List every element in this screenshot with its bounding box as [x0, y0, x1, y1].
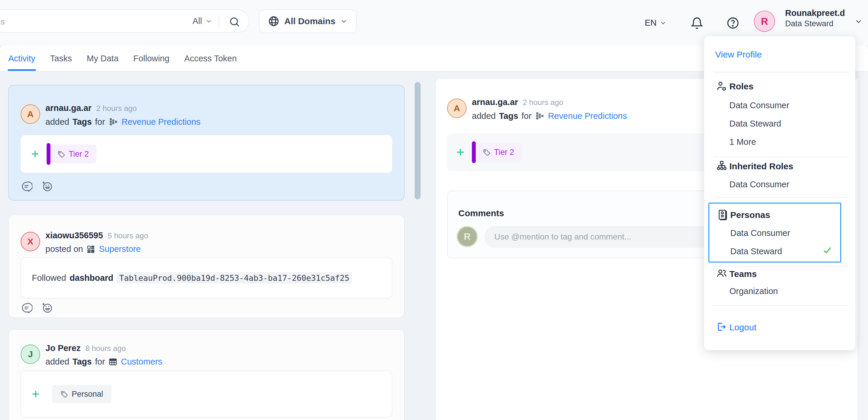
all-domains-button[interactable]: All Domains	[259, 9, 356, 33]
tab-activity[interactable]: Activity	[8, 54, 35, 63]
entity-link[interactable]: Superstore	[99, 244, 141, 254]
comment-icon[interactable]	[21, 302, 32, 314]
feed-user-name[interactable]: xiaowu356595	[45, 231, 103, 240]
personas-icon	[717, 209, 728, 220]
action-text: added	[45, 117, 69, 127]
tag-chip-tier2[interactable]: Tier 2	[472, 141, 522, 163]
logout-icon	[716, 321, 727, 332]
notifications-bell-icon[interactable]	[690, 0, 704, 46]
avatar: J	[21, 344, 40, 364]
role-item: Data Consumer	[730, 100, 789, 110]
feed-card-selected[interactable]: A arnau.ga.ar 2 hours ago added Tags for…	[8, 85, 405, 201]
feed-user-name[interactable]: arnau.ga.ar	[45, 103, 91, 113]
organization-link[interactable]: Organization	[730, 287, 778, 296]
divider	[713, 157, 849, 157]
add-tag-button[interactable]	[30, 148, 41, 159]
add-reaction-icon[interactable]	[41, 302, 53, 314]
chevron-down-icon	[205, 18, 213, 25]
action-text: for	[95, 117, 105, 127]
tag-label: Tier 2	[69, 150, 89, 159]
persona-item-selected[interactable]: Data Steward	[730, 247, 782, 256]
search-placeholder-fragment: s	[1, 17, 5, 27]
comment-user-avatar: R	[457, 226, 478, 247]
dashboard-icon	[86, 244, 96, 254]
view-profile-link[interactable]: View Profile	[715, 50, 762, 60]
tab-tasks[interactable]: Tasks	[50, 54, 72, 63]
action-text: added	[472, 111, 496, 121]
personas-section-title: Personas	[730, 210, 770, 220]
tag-chip-tier2[interactable]: Tier 2	[46, 143, 96, 165]
avatar: X	[21, 232, 40, 251]
role-item: Data Steward	[730, 119, 781, 129]
comment-icon[interactable]	[21, 181, 32, 192]
user-avatar[interactable]: R	[754, 11, 775, 32]
user-avatar-initial: R	[761, 16, 768, 27]
action-text: added	[45, 357, 69, 367]
tag-label: Tier 2	[494, 148, 514, 157]
add-reaction-icon[interactable]	[41, 181, 53, 192]
divider	[713, 197, 849, 198]
avatar-initial: A	[454, 103, 460, 113]
tags-box: Tier 2	[21, 135, 392, 173]
user-menu-chevron-icon[interactable]	[854, 17, 863, 26]
action-text: posted on	[45, 244, 83, 254]
feed-card[interactable]: J Jo Perez 8 hours ago added Tags for Cu…	[8, 329, 405, 420]
avatar-initial: A	[27, 109, 34, 119]
persona-item[interactable]: Data Consumer	[730, 228, 790, 238]
chevron-down-icon	[659, 20, 666, 27]
language-selector[interactable]: EN	[645, 0, 666, 46]
roles-more-link[interactable]: 1 More	[730, 137, 756, 147]
divider	[713, 72, 849, 72]
feed-timestamp: 5 hours ago	[107, 231, 148, 240]
entity-link[interactable]: Revenue Predictions	[122, 117, 200, 127]
logout-button[interactable]: Logout	[730, 322, 756, 332]
action-text: for	[95, 357, 105, 367]
chevron-down-icon	[340, 18, 348, 25]
all-domains-label: All Domains	[284, 16, 335, 26]
action-object: Tags	[72, 357, 92, 367]
tags-box: Personal	[21, 370, 392, 418]
post-entity-fqn: TableauProd.900ba19d-8253-4ab3-ba17-260e…	[117, 272, 351, 284]
user-name-block[interactable]: Rounakpreet.d Data Steward	[785, 8, 845, 29]
tag-icon	[483, 148, 491, 156]
inherited-role-item: Data Consumer	[730, 180, 789, 189]
avatar: A	[447, 98, 467, 118]
tab-following[interactable]: Following	[133, 54, 169, 63]
action-object: Tags	[72, 117, 92, 127]
tag-icon	[60, 390, 68, 398]
search-divider	[219, 16, 219, 28]
user-profile-dropdown: View Profile Roles Data Consumer Data St…	[704, 36, 855, 350]
add-tag-button[interactable]	[455, 147, 466, 158]
feed-timestamp: 2 hours ago	[96, 104, 136, 113]
panel-scroll-track[interactable]	[858, 72, 868, 420]
tab-access-token[interactable]: Access Token	[184, 54, 237, 63]
post-text: Followed	[32, 273, 66, 283]
entity-link[interactable]: Customers	[121, 357, 162, 367]
divider	[713, 305, 849, 306]
inherited-roles-section-title: Inherited Roles	[730, 161, 794, 171]
search-scope-label: All	[193, 16, 202, 26]
add-tag-button[interactable]	[30, 388, 41, 400]
search-scope-dropdown[interactable]: All	[193, 10, 213, 32]
feed-user-name[interactable]: Jo Perez	[45, 343, 81, 353]
tier-color-bar	[46, 143, 51, 165]
feed-user-name[interactable]: arnau.ga.ar	[472, 97, 518, 107]
comments-title: Comments	[458, 208, 504, 218]
personas-section-highlight: Personas Data Consumer Data Steward	[708, 203, 841, 263]
tag-chip-personal[interactable]: Personal	[52, 385, 112, 403]
action-object: Tags	[499, 111, 519, 121]
tier-color-bar	[472, 141, 476, 163]
entity-link[interactable]: Revenue Predictions	[548, 111, 627, 121]
ml-model-icon	[108, 117, 118, 127]
global-search-bar[interactable]: s All	[0, 9, 249, 33]
feed-card[interactable]: X xiaowu356595 5 hours ago posted on Sup…	[8, 215, 405, 318]
user-display-name: Rounakpreet.d	[785, 8, 845, 19]
avatar-initial: R	[464, 231, 470, 242]
tab-my-data[interactable]: My Data	[87, 54, 119, 63]
search-icon[interactable]	[228, 16, 241, 28]
roles-icon	[716, 81, 727, 92]
feed-scrollbar-thumb[interactable]	[415, 82, 421, 200]
tag-label: Personal	[72, 390, 103, 399]
action-text: for	[522, 111, 531, 121]
avatar-initial: J	[28, 349, 33, 359]
